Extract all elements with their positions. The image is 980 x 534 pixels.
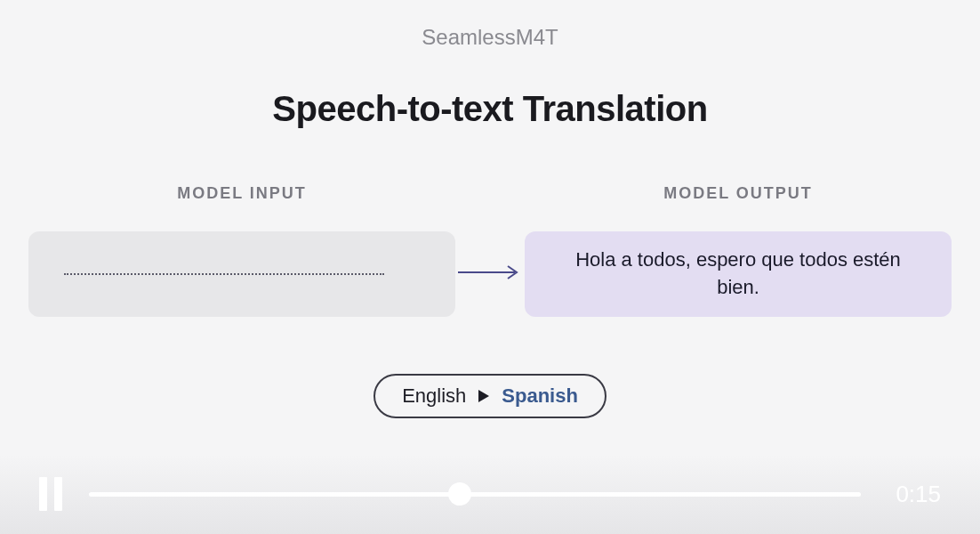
input-column: MODEL INPUT (28, 184, 455, 317)
io-section: MODEL INPUT MODEL OUTPUT Hola a todos, e… (0, 184, 980, 317)
triangle-right-icon (478, 384, 489, 408)
progress-thumb[interactable] (448, 482, 471, 506)
progress-slider[interactable] (89, 492, 861, 497)
output-text: Hola a todos, espero que todos estén bie… (557, 247, 920, 302)
page-heading: Speech-to-text Translation (0, 89, 980, 129)
time-display: 0:15 (888, 481, 941, 508)
pause-icon (39, 477, 47, 511)
svg-marker-1 (478, 390, 489, 402)
language-from: English (402, 384, 466, 408)
app-title: SeamlessM4T (0, 0, 980, 50)
pause-button[interactable] (39, 477, 62, 511)
pause-icon (54, 477, 62, 511)
model-input-box (28, 231, 455, 317)
arrow-icon (455, 264, 525, 280)
output-label: MODEL OUTPUT (663, 184, 813, 203)
audio-waveform-icon (64, 273, 384, 275)
language-to: Spanish (502, 384, 578, 408)
output-column: MODEL OUTPUT Hola a todos, espero que to… (525, 184, 952, 317)
input-label: MODEL INPUT (177, 184, 307, 203)
video-player-controls: 0:15 (0, 454, 980, 534)
language-selector[interactable]: English Spanish (374, 374, 606, 418)
model-output-box: Hola a todos, espero que todos estén bie… (525, 231, 952, 317)
